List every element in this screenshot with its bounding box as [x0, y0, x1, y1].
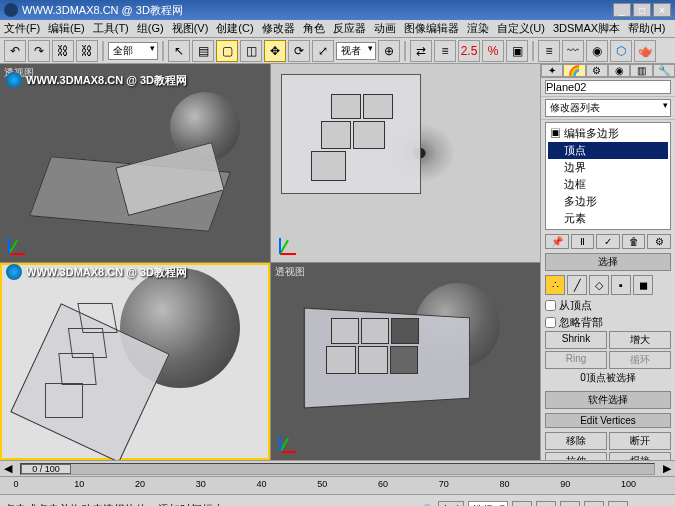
undo-button[interactable]: ↶: [4, 40, 26, 62]
slider-thumb[interactable]: 0 / 100: [21, 464, 71, 474]
status-hint: 点击或点击并拖动来选择物体: [4, 502, 154, 506]
ring-button[interactable]: Ring: [545, 351, 607, 369]
config-button[interactable]: ⚙: [647, 234, 671, 249]
unlink-button[interactable]: ⛓: [76, 40, 98, 62]
unique-button[interactable]: ✓: [596, 234, 620, 249]
menu-render[interactable]: 渲染: [467, 21, 489, 36]
tab-modify[interactable]: 🌈: [563, 64, 585, 77]
menu-create[interactable]: 创建(C): [216, 21, 253, 36]
sub-polygon-button[interactable]: ▪: [611, 275, 631, 295]
modifier-stack[interactable]: ▣ 编辑多边形 顶点 边界 边框 多边形 元素: [545, 122, 671, 230]
mirror-button[interactable]: ⇄: [410, 40, 432, 62]
menu-file[interactable]: 文件(F): [4, 21, 40, 36]
prev-frame-button[interactable]: ◀: [536, 501, 556, 507]
timeline-ruler[interactable]: 0 10 20 30 40 50 60 70 80 90 100: [0, 476, 675, 494]
tab-display[interactable]: ▥: [630, 64, 652, 77]
slider-track[interactable]: 0 / 100: [20, 463, 655, 475]
stack-item-vertex[interactable]: 顶点: [548, 142, 668, 159]
sub-edge-button[interactable]: ╱: [567, 275, 587, 295]
close-button[interactable]: ×: [653, 3, 671, 17]
sub-vertex-button[interactable]: ∴: [545, 275, 565, 295]
pin-stack-button[interactable]: 📌: [545, 234, 569, 249]
rollout-selection[interactable]: 选择: [545, 253, 671, 271]
minimize-button[interactable]: _: [613, 3, 631, 17]
menu-customize[interactable]: 自定义(U): [497, 21, 545, 36]
goto-start-button[interactable]: ⏮: [512, 501, 532, 507]
by-vertex-checkbox[interactable]: [545, 300, 556, 311]
pivot-button[interactable]: ⊕: [378, 40, 400, 62]
select-window-button[interactable]: ◫: [240, 40, 262, 62]
named-sel-button[interactable]: ▣: [506, 40, 528, 62]
viewport-top-right[interactable]: [271, 64, 541, 262]
viewport-top-left[interactable]: 透视图: [0, 64, 270, 262]
render-setup-button[interactable]: ⬡: [610, 40, 632, 62]
sub-border-button[interactable]: ◇: [589, 275, 609, 295]
sub-element-button[interactable]: ◼: [633, 275, 653, 295]
remove-button[interactable]: 移除: [545, 432, 607, 450]
stack-item-border[interactable]: 边框: [548, 176, 668, 193]
quick-render-button[interactable]: 🫖: [634, 40, 656, 62]
shrink-button[interactable]: Shrink: [545, 331, 607, 349]
next-frame-button[interactable]: ▶: [584, 501, 604, 507]
snap-angle-button[interactable]: 2.5: [458, 40, 480, 62]
grow-button[interactable]: 增大: [609, 331, 671, 349]
stack-item-polygon[interactable]: 多边形: [548, 193, 668, 210]
object-name-input[interactable]: [545, 80, 671, 94]
play-button[interactable]: ▶: [560, 501, 580, 507]
menu-animation[interactable]: 动画: [374, 21, 396, 36]
time-slider[interactable]: ◀ 0 / 100 ▶: [0, 460, 675, 476]
show-end-button[interactable]: Ⅱ: [571, 234, 595, 249]
extrude-button[interactable]: 拉伸: [545, 452, 607, 460]
menu-view[interactable]: 视图(V): [172, 21, 209, 36]
remove-mod-button[interactable]: 🗑: [622, 234, 646, 249]
snap-percent-button[interactable]: %: [482, 40, 504, 62]
rollout-soft-sel[interactable]: 软件选择: [545, 391, 671, 409]
loop-button[interactable]: 循环: [609, 351, 671, 369]
title-bar: WWW.3DMAX8.CN @ 3D教程网 _ □ ×: [0, 0, 675, 20]
modifier-list-dropdown[interactable]: 修改器列表: [545, 99, 671, 117]
redo-button[interactable]: ↷: [28, 40, 50, 62]
menu-edit[interactable]: 编辑(E): [48, 21, 85, 36]
material-button[interactable]: ◉: [586, 40, 608, 62]
menu-tools[interactable]: 工具(T): [93, 21, 129, 36]
ignore-back-checkbox[interactable]: [545, 317, 556, 328]
ref-coord-dropdown[interactable]: 视者: [336, 42, 376, 60]
stack-item-edge[interactable]: 边界: [548, 159, 668, 176]
menu-script[interactable]: 3DSMAX脚本: [553, 21, 620, 36]
stack-item-element[interactable]: 元素: [548, 210, 668, 227]
weld-button[interactable]: 焊接: [609, 452, 671, 460]
tab-create[interactable]: ✦: [541, 64, 563, 77]
auto-key-button[interactable]: 自动: [438, 501, 464, 507]
viewport-bottom-left[interactable]: [0, 263, 270, 461]
select-rect-button[interactable]: ▢: [216, 40, 238, 62]
status-hint2: 添加时间标志: [158, 502, 224, 506]
link-button[interactable]: ⛓: [52, 40, 74, 62]
align-button[interactable]: ≡: [434, 40, 456, 62]
goto-end-button[interactable]: ⏭: [608, 501, 628, 507]
layers-button[interactable]: ≡: [538, 40, 560, 62]
menu-help[interactable]: 帮助(H): [628, 21, 665, 36]
viewport-bottom-right[interactable]: 透视图: [271, 263, 541, 461]
rollout-edit-verts[interactable]: Edit Vertices: [545, 413, 671, 428]
curve-editor-button[interactable]: 〰: [562, 40, 584, 62]
select-button[interactable]: ↖: [168, 40, 190, 62]
break-button[interactable]: 断开: [609, 432, 671, 450]
scale-button[interactable]: ⤢: [312, 40, 334, 62]
rotate-button[interactable]: ⟳: [288, 40, 310, 62]
maximize-button[interactable]: □: [633, 3, 651, 17]
stack-top[interactable]: ▣ 编辑多边形: [548, 125, 668, 142]
panel-tabs: ✦ 🌈 ⚙ ◉ ▥ 🔧: [541, 64, 675, 78]
move-button[interactable]: ✥: [264, 40, 286, 62]
selection-filter-dropdown[interactable]: 全部: [108, 42, 158, 60]
menu-character[interactable]: 角色: [303, 21, 325, 36]
sub-object-buttons: ∴ ╱ ◇ ▪ ◼: [545, 275, 671, 295]
select-by-name-button[interactable]: ▤: [192, 40, 214, 62]
menu-modifier[interactable]: 修改器: [262, 21, 295, 36]
tab-utilities[interactable]: 🔧: [653, 64, 675, 77]
tab-motion[interactable]: ◉: [608, 64, 630, 77]
menu-group[interactable]: 组(G): [137, 21, 164, 36]
tab-hierarchy[interactable]: ⚙: [586, 64, 608, 77]
menu-reactor[interactable]: 反应器: [333, 21, 366, 36]
key-mode-dropdown[interactable]: 选择: [468, 501, 508, 507]
menu-graph[interactable]: 图像编辑器: [404, 21, 459, 36]
